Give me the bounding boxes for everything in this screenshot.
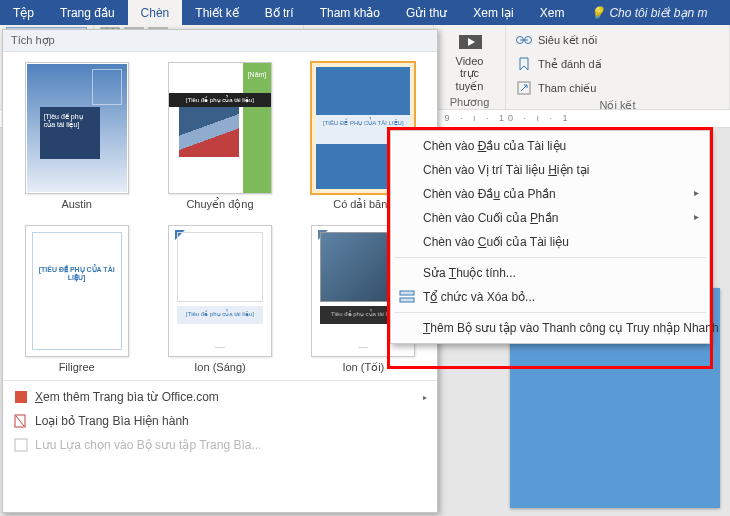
cover-thumb-filigree[interactable]: [TIÊU ĐỀ PHỤ CỦA TÀI LIỆU] <box>25 225 129 357</box>
bookmark-icon <box>514 54 534 74</box>
link-icon <box>514 30 534 50</box>
tab-mailings[interactable]: Gửi thư <box>393 0 460 25</box>
crossref-icon <box>514 78 534 98</box>
remove-cover-button[interactable]: Loại bỏ Trang Bìa Hiện hành <box>3 409 437 433</box>
online-video-button[interactable]: Video trực tuyến <box>440 27 499 96</box>
svg-rect-31 <box>15 439 27 451</box>
tab-design[interactable]: Thiết kế <box>182 0 251 25</box>
save-selection-icon <box>13 437 29 453</box>
ctx-insert-section-start[interactable]: Chèn vào Đầu của Phần <box>393 182 707 206</box>
tab-file[interactable]: Tệp <box>0 0 47 25</box>
tell-me[interactable]: Cho tôi biết bạn m <box>577 0 720 25</box>
bookmark-button[interactable]: Thẻ đánh dấ <box>512 53 723 75</box>
ctx-insert-current-pos[interactable]: Chèn vào Vị trí Tài liệu Hiện tại <box>393 158 707 182</box>
ctx-insert-section-end[interactable]: Chèn vào Cuối của Phần <box>393 206 707 230</box>
lightbulb-icon <box>590 6 605 20</box>
cover-thumb-ion-light[interactable]: [Tiêu đề phụ của tài liệu] —— <box>168 225 272 357</box>
svg-rect-33 <box>400 298 414 302</box>
ctx-organize-delete[interactable]: Tổ chức và Xóa bỏ... <box>393 285 707 309</box>
tab-review[interactable]: Xem lại <box>460 0 526 25</box>
tab-view[interactable]: Xem <box>527 0 578 25</box>
ctx-edit-properties[interactable]: Sửa Thuộc tính... <box>393 261 707 285</box>
svg-marker-26 <box>520 58 528 70</box>
tab-references[interactable]: Tham khảo <box>307 0 393 25</box>
context-menu: Chèn vào Đầu của Tài liệu Chèn vào Vị tr… <box>390 130 710 344</box>
ctx-insert-doc-end[interactable]: Chèn vào Cuối của Tài liệu <box>393 230 707 254</box>
cover-thumb-austin[interactable]: [Tiêu đề phụ của tài liệu] <box>25 62 129 194</box>
organize-icon <box>399 289 415 305</box>
more-from-office-button[interactable]: XXem thêm Trang bìa từ Office.comem thêm… <box>3 385 437 409</box>
ctx-add-to-qat[interactable]: Thêm Bộ sưu tập vào Thanh công cụ Truy n… <box>393 316 707 340</box>
tab-home[interactable]: Trang đầu <box>47 0 128 25</box>
save-to-gallery-button: Lưu Lựa chọn vào Bộ sưu tập Trang Bìa... <box>3 433 437 457</box>
gallery-section-header: Tích hợp <box>3 30 437 52</box>
office-icon <box>13 389 29 405</box>
crossref-button[interactable]: Tham chiếu <box>512 77 723 99</box>
chevron-right-icon: ▸ <box>423 393 427 402</box>
cover-thumb-motion[interactable]: [Năm] [Tiêu đề phụ của tài liệu] <box>168 62 272 194</box>
cover-page-gallery: Tích hợp [Tiêu đề phụ của tài liệu] Aust… <box>2 29 438 513</box>
hyperlink-button[interactable]: Siêu kết nối <box>512 29 723 51</box>
remove-icon <box>13 413 29 429</box>
tab-insert[interactable]: Chèn <box>128 0 183 25</box>
ribbon-tabs: Tệp Trang đầu Chèn Thiết kế Bố trí Tham … <box>0 0 730 25</box>
tab-layout[interactable]: Bố trí <box>252 0 307 25</box>
video-icon <box>458 30 482 54</box>
svg-rect-32 <box>400 291 414 295</box>
ctx-insert-doc-start[interactable]: Chèn vào Đầu của Tài liệu <box>393 134 707 158</box>
svg-rect-28 <box>15 391 27 403</box>
